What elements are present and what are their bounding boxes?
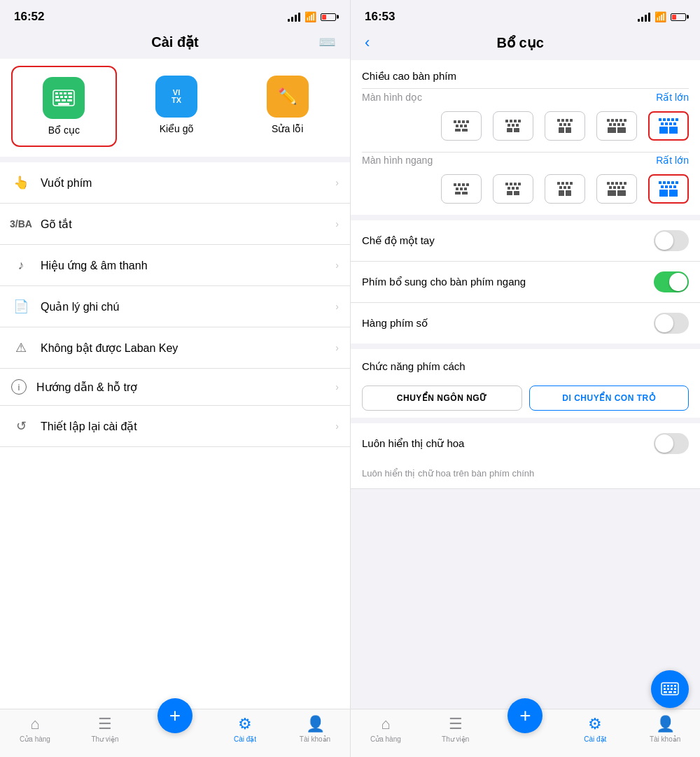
vuot-phim-label: Vuốt phím — [41, 176, 335, 190]
landscape-size-1[interactable] — [441, 174, 482, 204]
quan-ly-icon: 📄 — [11, 297, 31, 316]
hieu-ung-label: Hiệu ứng & âm thanh — [41, 259, 335, 272]
nav-left-thu-vien[interactable]: ☰ Thư viện — [70, 715, 140, 743]
svg-rect-19 — [667, 688, 669, 691]
thu-vien-label: Thư viện — [91, 735, 118, 743]
khong-bat-label: Không bật được Laban Key — [41, 341, 335, 355]
portrait-size-1[interactable] — [441, 111, 482, 141]
menu-item-thiet-lap[interactable]: ↺ Thiết lập lại cài đặt › — [0, 406, 350, 447]
svg-rect-7 — [64, 96, 67, 98]
nav-left-add[interactable]: + — [140, 715, 210, 743]
portrait-size-3[interactable] — [545, 111, 585, 141]
menu-item-vuot-phim[interactable]: 👆 Vuốt phím › — [0, 162, 350, 204]
landscape-size-5-selected[interactable] — [648, 174, 689, 204]
chuyen-ngon-ngu-button[interactable]: CHUYỂN NGÔN NGỮ — [362, 385, 522, 411]
menu-item-khong-bat[interactable]: ⚠ Không bật được Laban Key › — [0, 327, 350, 369]
nav-right-cua-hang[interactable]: ⌂ Cửa hàng — [351, 715, 421, 743]
luon-hien-thi-sublabel: Luôn hiển thị chữ hoa trên bàn phím chín… — [351, 464, 700, 489]
nav-right-thu-vien[interactable]: ☰ Thư viện — [421, 715, 491, 743]
vuot-phim-icon: 👆 — [11, 173, 31, 192]
fab-keyboard-icon — [661, 682, 679, 696]
right-bottom-nav: ⌂ Cửa hàng ☰ Thư viện + ⚙ Cài đặt 👤 Tài … — [351, 709, 700, 757]
phim-bo-sung-thumb — [669, 273, 687, 291]
portrait-size-2[interactable] — [493, 111, 533, 141]
go-tat-label: Gõ tắt — [41, 218, 335, 231]
left-fab-button[interactable]: + — [158, 698, 192, 733]
left-status-bar: 16:52 📶 — [0, 0, 350, 28]
hang-phim-so-toggle[interactable] — [654, 313, 689, 334]
landscape-value: Rất lớn — [656, 155, 689, 166]
right-fab-keyboard-button[interactable] — [651, 670, 689, 708]
nav-left-cai-dat[interactable]: ⚙ Cài đặt — [210, 715, 280, 743]
nav-right-cai-dat[interactable]: ⚙ Cài đặt — [560, 715, 630, 743]
luon-hien-thi-section: Luôn hiển thị chữ hoa Luôn hiển thị chữ … — [351, 423, 700, 489]
khong-bat-chevron: › — [335, 342, 339, 353]
portrait-size-4[interactable] — [596, 111, 637, 141]
nav-right-tai-khoan[interactable]: 👤 Tài khoản — [630, 715, 700, 743]
tai-khoan-label: Tài khoản — [300, 735, 330, 743]
nav-left-tai-khoan[interactable]: 👤 Tài khoản — [280, 715, 350, 743]
back-button[interactable]: ‹ — [365, 34, 370, 52]
hieu-ung-icon: ♪ — [11, 255, 31, 275]
landscape-label: Màn hình ngang — [362, 155, 433, 166]
nav-right-add[interactable]: + — [491, 715, 561, 743]
landscape-size-2[interactable] — [493, 174, 533, 204]
card-kieu-go[interactable]: VITX Kiểu gõ — [125, 66, 228, 147]
quan-ly-chevron: › — [335, 301, 339, 312]
card-sua-loi-label: Sửa lỗi — [272, 123, 303, 134]
luon-hien-thi-toggle[interactable] — [654, 433, 689, 454]
nav-left-cua-hang[interactable]: ⌂ Cửa hàng — [0, 715, 70, 743]
svg-rect-15 — [667, 685, 669, 687]
svg-rect-9 — [55, 99, 60, 101]
svg-rect-10 — [62, 99, 66, 101]
phim-bo-sung-toggle[interactable] — [654, 271, 689, 292]
che-do-mot-tay-toggle[interactable] — [654, 230, 689, 251]
huong-dan-icon: i — [11, 379, 27, 395]
right-wifi-icon: 📶 — [654, 11, 666, 22]
thiet-lap-label: Thiết lập lại cài đặt — [41, 420, 335, 433]
tai-khoan-icon: 👤 — [306, 715, 325, 733]
kb-mini-5 — [659, 118, 678, 134]
card-bo-cuc[interactable]: Bổ cục — [11, 66, 117, 147]
right-panel: 16:53 📶 ‹ Bổ cục Chiều cao bàn phím — [350, 0, 700, 757]
left-status-icons: 📶 — [288, 11, 336, 22]
land-kb-mini-2 — [505, 183, 521, 195]
thiet-lap-chevron: › — [335, 420, 339, 432]
menu-item-quan-ly[interactable]: 📄 Quản lý ghi chú › — [0, 286, 350, 327]
landscape-size-3[interactable] — [545, 174, 585, 204]
right-fab-button[interactable]: + — [507, 698, 542, 733]
luon-hien-thi-label: Luôn hiển thị chữ hoa — [362, 437, 464, 450]
landscape-kb-size-row — [351, 171, 700, 215]
right-cai-dat-icon: ⚙ — [588, 715, 602, 733]
svg-rect-24 — [673, 691, 676, 693]
land-kb-mini-5 — [659, 181, 678, 197]
keyboard-header-icon: ⌨️ — [318, 34, 336, 50]
menu-item-go-tat[interactable]: 3/BA Gõ tắt › — [0, 204, 350, 245]
right-cua-hang-icon: ⌂ — [381, 715, 390, 733]
menu-item-hieu-ung[interactable]: ♪ Hiệu ứng & âm thanh › — [0, 245, 350, 286]
hang-phim-so-label: Hàng phím số — [362, 317, 428, 330]
svg-rect-6 — [60, 96, 63, 98]
menu-item-huong-dan[interactable]: i Hướng dẫn & hỗ trợ › — [0, 369, 350, 406]
left-bottom-nav: ⌂ Cửa hàng ☰ Thư viện + ⚙ Cài đặt 👤 Tài … — [0, 709, 350, 757]
pencil-icon: ✏️ — [278, 87, 297, 106]
luon-hien-thi-row: Luôn hiển thị chữ hoa — [351, 423, 700, 464]
right-content: Chiều cao bàn phím Màn hình dọc Rất lớn — [351, 60, 700, 709]
left-header: Cài đặt ⌨️ — [0, 28, 350, 59]
right-battery-icon — [671, 13, 686, 21]
right-tai-khoan-icon: 👤 — [656, 715, 675, 733]
portrait-size-5-selected[interactable] — [648, 111, 689, 141]
khong-bat-icon: ⚠ — [11, 338, 31, 358]
card-sua-loi[interactable]: ✏️ Sửa lỗi — [236, 66, 339, 147]
portrait-label: Màn hình dọc — [362, 92, 422, 103]
bo-cuc-keyboard-icon — [52, 89, 76, 107]
card-bo-cuc-label: Bổ cục — [48, 125, 80, 136]
svg-rect-11 — [67, 99, 72, 101]
huong-dan-label: Hướng dẫn & hỗ trợ — [36, 381, 335, 394]
right-thu-vien-label: Thư viện — [442, 735, 469, 743]
settings-menu-list: 👆 Vuốt phím › 3/BA Gõ tắt › ♪ Hiệu ứng &… — [0, 162, 350, 709]
landscape-size-4[interactable] — [596, 174, 637, 204]
right-cua-hang-label: Cửa hàng — [370, 735, 401, 743]
svg-rect-22 — [664, 691, 667, 693]
di-chuyen-con-tro-button[interactable]: DI CHUYỂN CON TRỎ — [529, 385, 690, 411]
